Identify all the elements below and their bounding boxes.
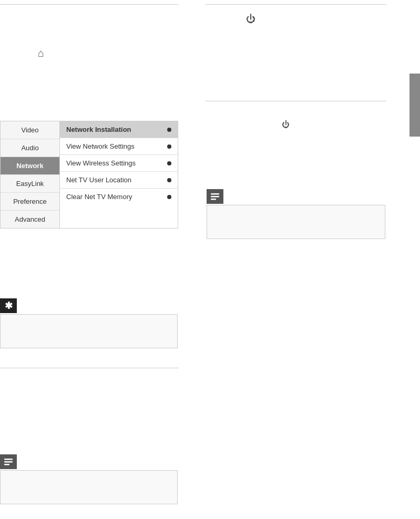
note-badge-left [0,454,17,469]
home-icon: ⌂ [38,47,44,59]
svg-rect-2 [4,464,9,465]
submenu-item-network-installation[interactable]: Network Installation [60,121,178,138]
bullet-icon [167,144,171,149]
submenu-item-view-network-settings[interactable]: View Network Settings [60,138,178,155]
right-note-section [207,189,385,239]
right-mid-divider [205,101,386,101]
left-bottom-divider [0,368,179,368]
submenu-item-view-wireless-settings[interactable]: View Wireless Settings [60,155,178,172]
submenu-network: Network Installation View Network Settin… [60,121,178,229]
menu-item-audio[interactable]: Audio [1,139,59,157]
bullet-icon [167,161,171,165]
star-badge: ✱ [0,298,17,313]
menu-item-video[interactable]: Video [1,121,59,139]
note-badge-right [207,189,223,204]
left-note-content-box [0,470,178,504]
star-content-box [0,314,178,348]
power-icon-mid: ⏻ [282,120,290,129]
left-note-section [0,454,178,504]
menu-item-network[interactable]: Network [1,157,59,175]
menu-item-preference[interactable]: Preference [1,193,59,211]
bullet-icon [167,128,171,132]
right-sidebar-tab [409,74,420,137]
svg-rect-1 [4,461,13,463]
top-divider-right [205,4,386,5]
bullet-icon [167,178,171,182]
category-menu: Video Audio Network EasyLink Preference … [0,121,60,229]
svg-rect-0 [4,459,13,460]
svg-rect-5 [211,199,216,200]
star-note-section: ✱ [0,298,178,348]
power-icon-top: ⏻ [246,14,255,25]
svg-rect-3 [211,193,219,195]
submenu-item-clear-net-tv-memory[interactable]: Clear Net TV Memory [60,189,178,205]
settings-menu: Video Audio Network EasyLink Preference … [0,121,178,229]
menu-item-easylink[interactable]: EasyLink [1,175,59,193]
top-divider-left [0,4,179,5]
svg-rect-4 [211,196,219,198]
menu-item-advanced[interactable]: Advanced [1,211,59,228]
bullet-icon [167,195,171,199]
submenu-item-net-tv-user-location[interactable]: Net TV User Location [60,172,178,189]
right-note-content-box [207,205,385,239]
